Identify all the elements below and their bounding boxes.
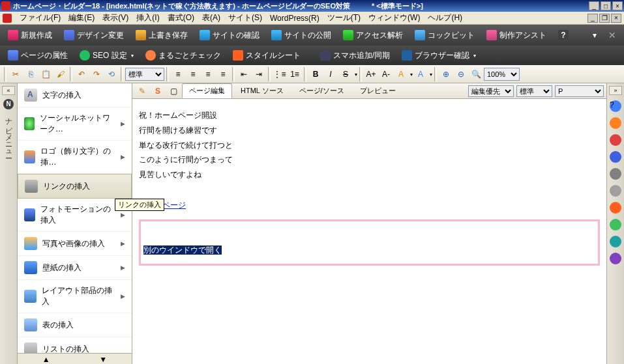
rp-gray2-icon[interactable] bbox=[610, 185, 621, 197]
font-decrease-button[interactable]: A- bbox=[379, 67, 393, 81]
toolbar-dropdown[interactable]: ▾ bbox=[587, 29, 602, 42]
indent-button[interactable]: ⇥ bbox=[252, 67, 266, 81]
italic-button[interactable]: I bbox=[323, 67, 338, 81]
phone-sync-button[interactable]: スマホ追加/同期 bbox=[315, 48, 395, 63]
bold-button[interactable]: B bbox=[308, 67, 323, 81]
list-ul-button[interactable]: ⋮≡ bbox=[273, 67, 287, 81]
stylesheet-button[interactable]: スタイルシート bbox=[228, 48, 306, 63]
left-collapse-button[interactable]: « bbox=[2, 86, 15, 95]
sidebar-item-table[interactable]: 表の挿入 bbox=[18, 313, 132, 337]
cut-button[interactable]: ✂ bbox=[8, 67, 23, 81]
menu-insert[interactable]: 挿入(I) bbox=[132, 11, 163, 25]
tab-preview[interactable]: プレビュー bbox=[353, 83, 403, 98]
help-button[interactable]: ? bbox=[553, 28, 574, 42]
zoom-out-button[interactable]: ⊖ bbox=[454, 67, 468, 81]
rp-purple-icon[interactable] bbox=[610, 253, 621, 264]
align-center-button[interactable]: ≡ bbox=[186, 67, 200, 81]
browser-check-button[interactable]: ブラウザー確認▾ bbox=[396, 48, 481, 63]
element-select[interactable]: P bbox=[555, 85, 604, 97]
editor-content[interactable]: 祝！ホームページ開設 行間を開ける練習です 単なる改行で続けて打つと このように… bbox=[132, 99, 606, 364]
menu-site[interactable]: サイト(S) bbox=[224, 11, 266, 25]
zoom-fit-button[interactable]: 🔍 bbox=[469, 67, 483, 81]
menu-format[interactable]: 書式(O) bbox=[164, 11, 198, 25]
rp-orange-icon[interactable] bbox=[610, 117, 621, 129]
menu-tools[interactable]: ツール(T) bbox=[323, 11, 364, 25]
align-justify-button[interactable]: ≡ bbox=[216, 67, 230, 81]
zoom-in-button[interactable]: ⊕ bbox=[439, 67, 453, 81]
cockpit-button[interactable]: コックピット bbox=[409, 28, 480, 43]
save-button[interactable]: 上書き保存 bbox=[130, 28, 193, 43]
site-check-button[interactable]: サイトの確認 bbox=[194, 28, 265, 43]
menu-table[interactable]: 表(A) bbox=[198, 11, 224, 25]
paste-button[interactable]: 📋 bbox=[38, 67, 53, 81]
sidebar-item-text[interactable]: 文字の挿入 bbox=[18, 83, 132, 107]
menu-file[interactable]: ファイル(F) bbox=[16, 11, 65, 25]
sidebar-down-button[interactable]: ▼ bbox=[75, 354, 132, 364]
rp-orange2-icon[interactable] bbox=[610, 202, 621, 214]
access-button[interactable]: アクセス解析 bbox=[338, 28, 408, 43]
sidebar-item-logo[interactable]: ロゴ（飾り文字）の挿…▶ bbox=[18, 141, 132, 174]
undo-button[interactable]: ↶ bbox=[74, 67, 89, 81]
rp-red-icon[interactable] bbox=[610, 134, 621, 146]
rp-blue-icon[interactable] bbox=[610, 151, 621, 163]
maximize-button[interactable]: □ bbox=[601, 1, 611, 10]
copy-button[interactable]: ⎘ bbox=[23, 67, 38, 81]
rp-help-icon[interactable]: ? bbox=[610, 100, 621, 112]
rp-green-icon[interactable] bbox=[610, 219, 621, 231]
whole-check-button[interactable]: まるごとチェック bbox=[140, 48, 226, 63]
list-ol-button[interactable]: 1≡ bbox=[288, 67, 302, 81]
tab-html-source[interactable]: HTML ソース bbox=[233, 83, 291, 98]
new-button[interactable]: 新規作成 bbox=[3, 28, 57, 43]
site-publish-button[interactable]: サイトの公開 bbox=[266, 28, 336, 43]
toolbar-close[interactable]: ✕ bbox=[603, 28, 621, 42]
menu-wordpress[interactable]: WordPress(R) bbox=[266, 12, 323, 24]
font-color-button[interactable]: A bbox=[394, 67, 408, 81]
sidebar-up-button[interactable]: ▲ bbox=[18, 354, 75, 364]
menu-window[interactable]: ウィンドウ(W) bbox=[364, 11, 424, 25]
close-button[interactable]: × bbox=[612, 1, 623, 10]
menu-view[interactable]: 表示(V) bbox=[98, 11, 132, 25]
align-left-button[interactable]: ≡ bbox=[171, 67, 185, 81]
format-paint-button[interactable]: 🖌 bbox=[53, 67, 68, 81]
zoom-select[interactable]: 100% bbox=[484, 68, 520, 81]
rp-gray1-icon[interactable] bbox=[610, 168, 621, 180]
design-change-button[interactable]: デザイン変更 bbox=[59, 28, 129, 43]
box-icon[interactable]: ▢ bbox=[166, 84, 181, 98]
selection-box[interactable]: 別のウインドウで開く bbox=[139, 219, 600, 266]
s-icon[interactable]: S bbox=[151, 84, 165, 98]
pencil-icon[interactable]: ✎ bbox=[135, 84, 149, 98]
history-button[interactable]: ⟲ bbox=[104, 67, 119, 81]
sidebar-item-label: リストの挿入 bbox=[42, 344, 89, 354]
font-style-button[interactable]: A bbox=[413, 67, 428, 81]
menu-edit[interactable]: 編集(E) bbox=[65, 11, 98, 25]
publish-icon bbox=[271, 30, 282, 40]
whole-icon bbox=[145, 50, 156, 61]
nav-icon[interactable]: N bbox=[3, 99, 14, 109]
mdi-restore-button[interactable]: ❐ bbox=[599, 14, 610, 23]
standard-select[interactable]: 標準 bbox=[516, 85, 552, 97]
strike-button[interactable]: S bbox=[338, 67, 353, 81]
rp-teal-icon[interactable] bbox=[610, 236, 621, 247]
tab-page-edit[interactable]: ページ編集 bbox=[182, 83, 232, 98]
sidebar-item-image[interactable]: 写真や画像の挿入▶ bbox=[18, 232, 132, 256]
sidebar-item-social[interactable]: ソーシャルネットワーク…▶ bbox=[18, 107, 132, 141]
mdi-minimize-button[interactable]: _ bbox=[587, 14, 598, 23]
outdent-button[interactable]: ⇤ bbox=[237, 67, 251, 81]
sidebar-item-wall[interactable]: 壁紙の挿入▶ bbox=[18, 256, 132, 280]
menu-help[interactable]: ヘルプ(H) bbox=[424, 11, 466, 25]
tab-page-source[interactable]: ページ/ソース bbox=[292, 83, 351, 98]
assist-button[interactable]: 制作アシスト bbox=[481, 28, 552, 43]
font-increase-button[interactable]: A+ bbox=[364, 67, 378, 81]
format-select[interactable]: 標準 bbox=[125, 68, 164, 81]
sidebar-item-layout[interactable]: レイアウト部品の挿入▶ bbox=[18, 280, 132, 313]
minimize-button[interactable]: _ bbox=[589, 1, 599, 10]
edit-priority-select[interactable]: 編集優先 bbox=[468, 85, 514, 97]
seo-button[interactable]: SEO 設定▾ bbox=[74, 48, 139, 63]
sidebar-item-list[interactable]: リストの挿入 bbox=[18, 337, 132, 353]
sidebar-item-link[interactable]: リンクの挿入 bbox=[18, 174, 132, 199]
mdi-close-button[interactable]: × bbox=[611, 14, 621, 23]
redo-button[interactable]: ↷ bbox=[89, 67, 104, 81]
align-right-button[interactable]: ≡ bbox=[201, 67, 215, 81]
right-collapse-button[interactable]: » bbox=[609, 86, 622, 95]
page-attr-button[interactable]: ページの属性 bbox=[3, 48, 73, 63]
